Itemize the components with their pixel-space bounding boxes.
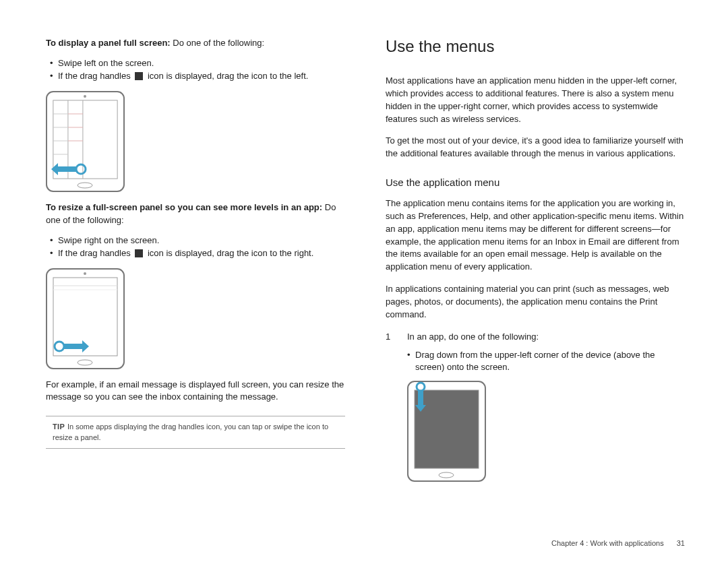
paragraph-appmenu-desc: The application menu contains items for … [386, 197, 685, 274]
tablet-illustration-drag-down [407, 381, 685, 482]
step-number: 1 [386, 331, 398, 344]
bullet-swipe-left: Swipe left on the screen. [50, 57, 345, 70]
paragraph-menus-advice: To get the most out of your device, it's… [386, 135, 685, 160]
footer-chapter: Chapter 4 : Work with applications [551, 539, 664, 547]
section-heading: Use the menus [386, 37, 685, 56]
bullet-drag-right-post: icon is displayed, drag the icon to the … [145, 248, 313, 258]
paragraph-appmenu-print: In applications containing material you … [386, 283, 685, 321]
svg-point-14 [84, 95, 86, 98]
bullet-drag-right: If the drag handles icon is displayed, d… [50, 247, 345, 260]
bullet-drag-right-pre: If the drag handles [58, 248, 133, 258]
paragraph-menus-overview: Most applications have an application me… [386, 75, 685, 125]
tip-label: TIP [53, 423, 65, 431]
right-column: Use the menus Most applications have an … [386, 37, 685, 491]
drag-handles-icon [135, 249, 143, 257]
left-column: To display a panel full screen: Do one o… [46, 37, 345, 491]
step-text: In an app, do one of the following: [407, 331, 539, 344]
tablet-illustration-swipe-right [46, 268, 345, 369]
page-footer: Chapter 4 : Work with applications 31 [551, 539, 685, 547]
fullscreen-bullets: Swipe left on the screen. If the drag ha… [50, 57, 345, 83]
bullet-swipe-right: Swipe right on the screen. [50, 234, 345, 247]
subsection-heading: Use the application menu [386, 177, 685, 188]
tip-text: In some apps displaying the drag handles… [53, 423, 328, 441]
svg-rect-4 [83, 100, 117, 179]
instruction-resize-bold: To resize a full-screen panel so you can… [46, 202, 322, 212]
footer-page-number: 31 [677, 539, 685, 547]
example-text: For example, if an email message is disp… [46, 379, 345, 404]
step-bullet-drag-down: Drag down from the upper-left corner of … [407, 349, 685, 375]
instruction-resize: To resize a full-screen panel so you can… [46, 201, 345, 227]
drag-handles-icon [135, 72, 143, 80]
instruction-fullscreen: To display a panel full screen: Do one o… [46, 37, 345, 50]
instruction-fullscreen-bold: To display a panel full screen: [46, 38, 171, 48]
bullet-drag-left: If the drag handles icon is displayed, d… [50, 69, 345, 83]
step-1-bullets: Drag down from the upper-left corner of … [407, 349, 685, 375]
resize-bullets: Swipe right on the screen. If the drag h… [50, 234, 345, 260]
instruction-fullscreen-rest: Do one of the following: [171, 38, 264, 48]
tip-box: TIPIn some apps displaying the drag hand… [46, 416, 345, 449]
svg-point-21 [84, 272, 86, 275]
tablet-illustration-swipe-left [46, 91, 345, 192]
bullet-drag-left-post: icon is displayed, drag the icon to the … [145, 71, 308, 81]
bullet-drag-left-pre: If the drag handles [58, 71, 133, 81]
svg-rect-23 [415, 390, 479, 468]
step-1: 1 In an app, do one of the following: [386, 331, 685, 344]
